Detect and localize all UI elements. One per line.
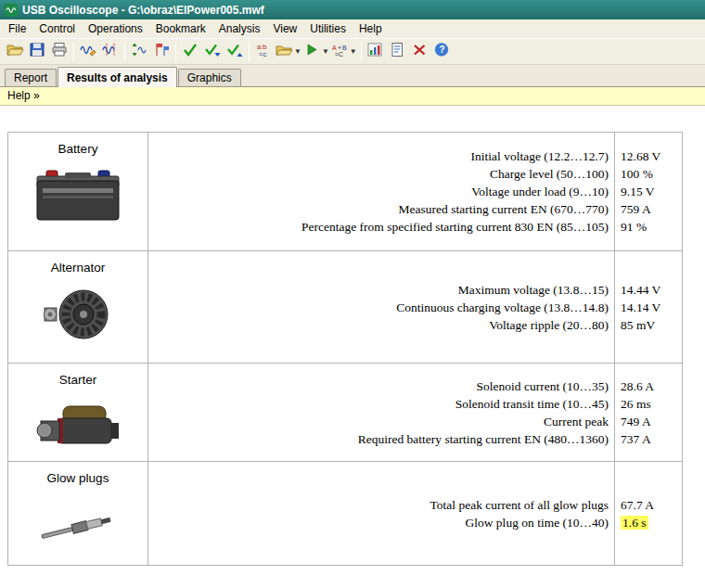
- parameter-label: Percentage from specified starting curre…: [148, 218, 609, 236]
- delete-button[interactable]: [409, 41, 431, 63]
- marker-button[interactable]: [150, 41, 173, 63]
- chevron-down-icon: ▼: [350, 47, 357, 56]
- component-row: Glow plugsTotal peak current of all glow…: [8, 462, 683, 566]
- toolbar-separator: [124, 43, 125, 61]
- sum-button[interactable]: A+B=C▼: [330, 41, 358, 63]
- values-cell: 67.7 A1.6 s: [615, 462, 683, 566]
- value-text: 14.14 V: [621, 300, 660, 314]
- results-area: BatteryInitial voltage (12.2…12.7)Charge…: [0, 106, 705, 588]
- value-text: 12.68 V: [621, 149, 660, 163]
- battery-icon: [8, 163, 147, 226]
- check-button[interactable]: [179, 41, 201, 63]
- menu-item-help[interactable]: Help: [352, 20, 389, 37]
- parameter-label: Voltage under load (9…10): [148, 183, 609, 200]
- tab-report[interactable]: Report: [5, 69, 57, 86]
- component-cell: Glow plugs: [8, 462, 148, 566]
- formula-icon: a:b=c: [255, 42, 273, 61]
- graphics-button[interactable]: [365, 41, 387, 63]
- menu-item-file[interactable]: File: [2, 20, 32, 37]
- component-name: Starter: [8, 373, 147, 387]
- delete-icon: [411, 42, 429, 61]
- app-window: USB Oscilloscope - G:\obraz\ElPower005.m…: [0, 0, 705, 588]
- formula-button[interactable]: a:b=c: [252, 41, 275, 63]
- menu-item-analysis[interactable]: Analysis: [212, 20, 267, 37]
- value-text: 67.7 A: [621, 498, 654, 512]
- check-icon: [182, 42, 199, 61]
- value-text: 749 A: [621, 415, 651, 428]
- help-button[interactable]: ?: [431, 41, 454, 63]
- marker-icon: [153, 42, 171, 61]
- parameters-cell: Initial voltage (12.2…12.7)Charge level …: [148, 133, 615, 251]
- parameter-label: Measured starting current EN (670…770): [148, 200, 609, 218]
- formula-open-button[interactable]: ▼: [275, 41, 302, 63]
- check-down-button[interactable]: [201, 41, 224, 63]
- menubar: FileControlOperationsBookmarkAnalysisVie…: [0, 19, 705, 39]
- parameter-label: Solenoid transit time (10…45): [148, 395, 609, 413]
- parameter-value: 91 %: [621, 218, 682, 236]
- parameter-label: Maximum voltage (13.8…15): [148, 281, 609, 299]
- print-icon: [51, 42, 69, 61]
- values-cell: 28.6 A26 ms749 A737 A: [615, 364, 683, 462]
- tab-results-of-analysis[interactable]: Results of analysis: [58, 67, 177, 87]
- menu-item-bookmark[interactable]: Bookmark: [149, 20, 212, 37]
- parameter-value: 9.15 V: [621, 183, 682, 200]
- toolbar: a:b=c▼▼A+B=C▼?: [0, 39, 705, 65]
- chevron-down-icon: ▼: [294, 47, 301, 56]
- parameters-cell: Solenoid current (10…35)Solenoid transit…: [148, 364, 615, 462]
- parameter-value: 1.6 s: [621, 514, 682, 531]
- value-text: 759 A: [621, 202, 651, 216]
- waveform-pencil-icon: [80, 42, 97, 61]
- chevron-down-icon: ▼: [322, 47, 329, 56]
- help-link[interactable]: Help »: [7, 89, 40, 102]
- parameter-label: Initial voltage (12.2…12.7): [148, 147, 609, 165]
- help-icon: ?: [433, 42, 451, 61]
- svg-text:=C: =C: [335, 51, 343, 58]
- scale-adjust-icon: [131, 42, 148, 61]
- highlighted-value: 1.6 s: [621, 516, 648, 530]
- menu-item-view[interactable]: View: [266, 20, 303, 37]
- svg-text:B: B: [342, 45, 347, 51]
- alternator-icon: [8, 282, 147, 347]
- menu-item-operations[interactable]: Operations: [82, 20, 149, 37]
- parameter-label: Total peak current of all glow plugs: [148, 496, 609, 514]
- parameter-label: Glow plug on time (10…40): [148, 514, 609, 531]
- tab-graphics[interactable]: Graphics: [178, 69, 241, 86]
- component-name: Glow plugs: [8, 471, 147, 485]
- component-cell: Battery: [8, 133, 148, 251]
- titlebar: USB Oscilloscope - G:\obraz\ElPower005.m…: [0, 0, 705, 19]
- component-row: AlternatorMaximum voltage (13.8…15)Conti…: [8, 251, 683, 364]
- toolbar-separator: [73, 43, 74, 61]
- waveform-ruler-button[interactable]: [99, 41, 122, 63]
- waveform-pencil-button[interactable]: [77, 41, 99, 63]
- value-text: 26 ms: [621, 397, 651, 411]
- check-up-button[interactable]: [224, 41, 246, 63]
- parameter-value: 85 mV: [621, 316, 682, 334]
- values-cell: 14.44 V14.14 V85 mV: [615, 251, 683, 364]
- report-button[interactable]: [387, 41, 409, 63]
- check-up-icon: [226, 42, 244, 61]
- formula-open-icon: [276, 42, 293, 61]
- print-button[interactable]: [48, 41, 70, 63]
- parameter-label: Charge level (50…100): [148, 165, 609, 183]
- parameter-value: 14.44 V: [621, 281, 682, 299]
- svg-text:A: A: [332, 45, 337, 51]
- parameter-value: 100 %: [621, 165, 682, 183]
- component-row: BatteryInitial voltage (12.2…12.7)Charge…: [8, 133, 683, 251]
- menu-item-control[interactable]: Control: [32, 20, 82, 37]
- parameter-value: 14.14 V: [621, 299, 682, 316]
- value-text: 91 %: [621, 220, 647, 234]
- parameter-label: Continuous charging voltage (13.8…14.8): [148, 299, 609, 316]
- starter-icon: [8, 394, 147, 455]
- parameter-label: Solenoid current (10…35): [148, 377, 609, 395]
- save-button[interactable]: [26, 41, 48, 63]
- value-text: 737 A: [621, 432, 651, 446]
- formula-run-button[interactable]: ▼: [302, 41, 330, 63]
- open-button[interactable]: [4, 41, 26, 63]
- parameter-label: Voltage ripple (20…80): [148, 316, 609, 334]
- component-cell: Starter: [8, 364, 148, 462]
- menu-item-utilities[interactable]: Utilities: [303, 20, 352, 37]
- scale-adjust-button[interactable]: [128, 41, 150, 63]
- component-name: Battery: [8, 142, 147, 156]
- sum-icon: A+B=C: [331, 42, 349, 61]
- parameter-value: 26 ms: [621, 395, 682, 413]
